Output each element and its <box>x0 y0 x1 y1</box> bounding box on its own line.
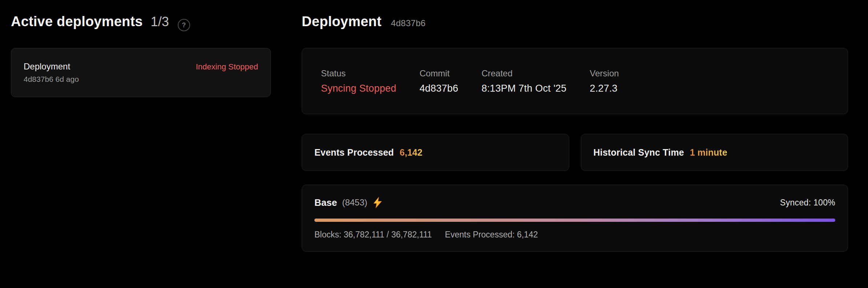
synced-percentage: Synced: 100% <box>780 198 835 208</box>
blocks-stat: Blocks: 36,782,111 / 36,782,111 <box>314 230 432 240</box>
sync-progress-fill <box>314 219 835 222</box>
overview-version-column: Version 2.27.3 <box>590 68 619 94</box>
active-deployments-header: Active deployments 1/3 ? <box>11 14 271 36</box>
created-label: Created <box>482 68 567 79</box>
chain-stats-row: Blocks: 36,782,111 / 36,782,111 Events P… <box>314 230 835 240</box>
historical-sync-time-label: Historical Sync Time <box>594 147 684 158</box>
overview-created-column: Created 8:13PM 7th Oct '25 <box>482 68 567 94</box>
help-icon[interactable]: ? <box>178 19 190 31</box>
commit-value: 4d837b6 <box>419 83 458 94</box>
deployment-detail-title: Deployment <box>302 14 381 29</box>
deployment-detail-hash: 4d837b6 <box>391 18 426 28</box>
chain-events-stat: Events Processed: 6,142 <box>445 230 538 240</box>
chain-name: Base <box>314 197 337 208</box>
lightning-icon <box>373 197 383 208</box>
deployment-status-badge: Indexing Stopped <box>196 62 258 72</box>
historical-sync-time-value: 1 minute <box>690 147 727 158</box>
events-processed-card: Events Processed 6,142 <box>302 134 569 171</box>
deployment-list-item[interactable]: Deployment Indexing Stopped 4d837b6 6d a… <box>11 48 271 97</box>
deployment-list-item-header: Deployment Indexing Stopped <box>24 61 258 72</box>
active-deployments-count: 1/3 <box>151 14 169 29</box>
chain-sync-header: Base (8453) Synced: 100% <box>314 197 835 208</box>
chain-sync-card: Base (8453) Synced: 100% <box>302 185 848 252</box>
overview-commit-column: Commit 4d837b6 <box>419 68 458 94</box>
chain-title-group: Base (8453) <box>314 197 383 208</box>
status-value: Syncing Stopped <box>321 83 396 94</box>
sync-progress-bar <box>314 219 835 222</box>
deployment-list-item-meta: 4d837b6 6d ago <box>24 75 258 84</box>
deployment-detail-panel: Deployment 4d837b6 Status Syncing Stoppe… <box>302 14 848 252</box>
overview-status-column: Status Syncing Stopped <box>321 68 396 94</box>
deployment-detail-header: Deployment 4d837b6 <box>302 14 848 36</box>
chain-id: (8453) <box>342 197 367 208</box>
active-deployments-title: Active deployments <box>11 14 143 29</box>
events-processed-label: Events Processed <box>314 147 394 158</box>
active-deployments-panel: Active deployments 1/3 ? Deployment Inde… <box>11 14 271 97</box>
version-value: 2.27.3 <box>590 83 619 94</box>
commit-label: Commit <box>419 68 458 79</box>
historical-sync-time-card: Historical Sync Time 1 minute <box>581 134 848 171</box>
deployment-overview-card: Status Syncing Stopped Commit 4d837b6 Cr… <box>302 48 848 114</box>
created-value: 8:13PM 7th Oct '25 <box>482 83 567 94</box>
version-label: Version <box>590 68 619 79</box>
events-processed-value: 6,142 <box>400 147 423 158</box>
status-label: Status <box>321 68 396 79</box>
deployment-list-item-title: Deployment <box>24 61 70 72</box>
metrics-row: Events Processed 6,142 Historical Sync T… <box>302 134 848 171</box>
